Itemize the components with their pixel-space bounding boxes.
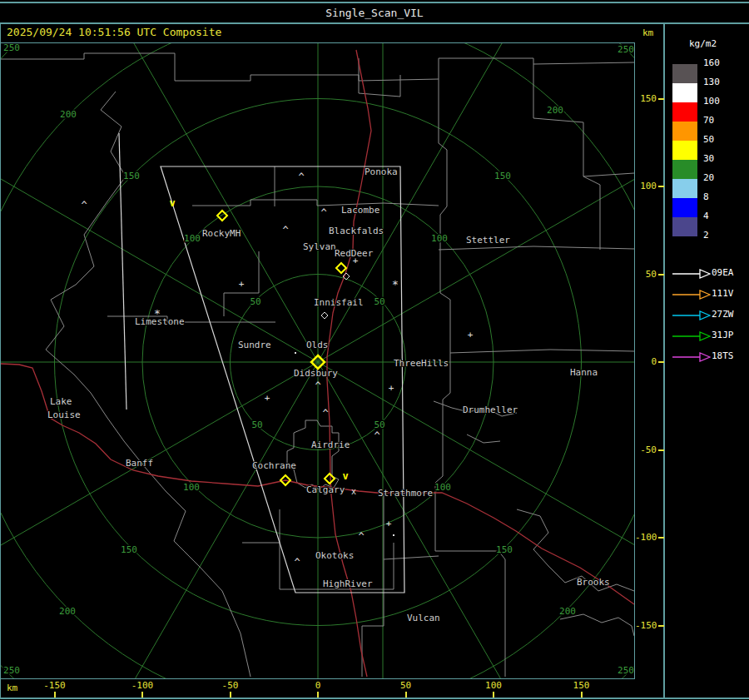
range-ring-label: 50: [251, 420, 262, 430]
bottom-axis-unit-label: km: [7, 683, 17, 693]
city-label-blackfalds: Blackfalds: [329, 226, 384, 236]
radar-arrow-icon: [672, 268, 711, 280]
city-label-ponoka: Ponoka: [365, 166, 398, 177]
radar-arrow-icon: [672, 330, 711, 342]
caret-marker: ^: [358, 531, 364, 543]
azimuth-radial: [85, 43, 318, 362]
radar-id-label: 09EA: [712, 267, 734, 278]
plus-marker: +: [239, 279, 245, 290]
legend-scale-value: 160: [703, 57, 720, 68]
city-label-olds: Olds: [306, 340, 329, 350]
dot-marker: [393, 534, 394, 536]
range-ring-label: 200: [547, 105, 563, 116]
bottom-axis-tick: [581, 692, 583, 698]
city-label-threehills: ThreeHills: [394, 358, 449, 369]
legend-scale-value: 100: [703, 96, 720, 107]
bottom-axis: km -150-100-50050100150: [0, 679, 664, 698]
city-label-brooks: Brooks: [577, 577, 610, 588]
city-label-airdrie: Airdrie: [311, 439, 350, 450]
window-title: Single_Scan_VIL: [0, 3, 749, 22]
site-diamond-marker: [217, 211, 227, 221]
bottom-axis-tick: [141, 692, 143, 698]
radar-arrow-icon: [672, 289, 711, 300]
legend-swatch: [672, 83, 697, 102]
range-ring-label: 150: [494, 171, 511, 181]
coverage-outline: [119, 133, 404, 593]
city-label-rockymh: RockyMH: [202, 228, 241, 239]
title-separator-line: [0, 22, 749, 24]
right-axis-label: -100: [635, 531, 657, 544]
city-label-sylvan: Sylvan: [303, 241, 336, 252]
right-axis-label: -150: [635, 619, 657, 633]
v-marker: v: [342, 470, 348, 482]
radar-legend-row-09ea: 09EA: [672, 267, 747, 279]
right-axis: 150100500-50-100-150: [635, 42, 664, 679]
bottom-axis-label: -150: [43, 680, 66, 691]
city-label-lacombe: Lacombe: [341, 205, 379, 216]
right-axis-tick: [658, 186, 664, 187]
site-diamond-marker: [325, 474, 335, 484]
range-ring-label: 250: [3, 665, 20, 676]
bottom-axis-label: 0: [315, 680, 321, 691]
app-window: Single_Scan_VIL 2025/09/24 10:51:56 UTC …: [0, 0, 749, 700]
radar-id-label: 18TS: [712, 350, 734, 361]
caret-marker: ^: [294, 557, 300, 568]
bottom-axis-tick: [54, 692, 56, 698]
city-label-drumheller: Drumheller: [463, 405, 518, 415]
legend-scale-value: 4: [703, 211, 709, 221]
right-axis-tick: [658, 625, 664, 627]
right-axis-label: 50: [635, 268, 657, 281]
plus-marker: +: [468, 330, 474, 340]
v-marker: v: [169, 197, 175, 209]
city-label-vulcan: Vulcan: [407, 613, 440, 623]
azimuth-radial: [318, 362, 634, 595]
plus-marker: +: [386, 519, 392, 529]
bottom-axis-tick: [230, 692, 231, 698]
radar-arrow-icon: [672, 351, 711, 363]
city-label-calgary: Calgary: [306, 484, 345, 495]
bottom-axis-label: -50: [222, 680, 239, 691]
legend-scale-value: 30: [703, 153, 714, 164]
range-ring-label: 100: [183, 482, 200, 493]
city-label-strathmore: Strathmore: [378, 488, 433, 499]
legend-scale-value: 50: [703, 134, 714, 145]
caret-marker: ^: [298, 171, 304, 183]
legend-swatch: [672, 122, 697, 141]
city-label-sundre: Sundre: [238, 340, 271, 350]
azimuth-radial: [1, 129, 318, 362]
radar-map[interactable]: 2502502502502002002002001501501501501001…: [0, 42, 635, 679]
range-ring-label: 250: [618, 665, 634, 676]
range-ring-label: 250: [3, 43, 20, 53]
right-axis-tick: [658, 537, 664, 539]
bottom-axis-label: 50: [400, 680, 411, 691]
range-ring-label: 150: [123, 171, 140, 181]
radar-id-label: 111V: [712, 288, 734, 299]
legend-swatch: [672, 217, 697, 236]
range-ring-label: 250: [618, 44, 634, 55]
caret-marker: ^: [322, 408, 328, 420]
radar-legend-row-27zw: 27ZW: [672, 309, 747, 320]
star-marker: *: [392, 278, 399, 290]
bottom-axis-label: 150: [573, 680, 590, 691]
right-axis-unit-label: km: [642, 27, 653, 38]
bottom-border-line: [0, 698, 749, 699]
legend-swatch: [672, 160, 697, 179]
radar-arrow-icon: [672, 310, 711, 321]
bottom-axis-tick: [317, 692, 319, 698]
plus-marker: +: [389, 383, 394, 394]
city-label-innisfail: Innisfail: [314, 297, 364, 308]
range-ring-label: 200: [559, 606, 576, 617]
city-label-highriver: HighRiver: [323, 578, 373, 589]
caret-marker: ^: [320, 207, 326, 219]
radar-id-label: 27ZW: [712, 309, 734, 320]
caret-marker: ^: [282, 225, 288, 236]
right-axis-tick: [658, 361, 664, 363]
bottom-axis-label: 100: [485, 680, 502, 691]
x-marker: x: [351, 487, 356, 496]
legend-swatch: [672, 141, 697, 160]
range-ring-label: 50: [374, 296, 384, 307]
dot-marker: [295, 352, 296, 354]
city-label-stettler: Stettler: [466, 235, 510, 246]
radar-legend-row-31jp: 31JP: [672, 330, 747, 341]
right-axis-label: 150: [635, 92, 657, 106]
